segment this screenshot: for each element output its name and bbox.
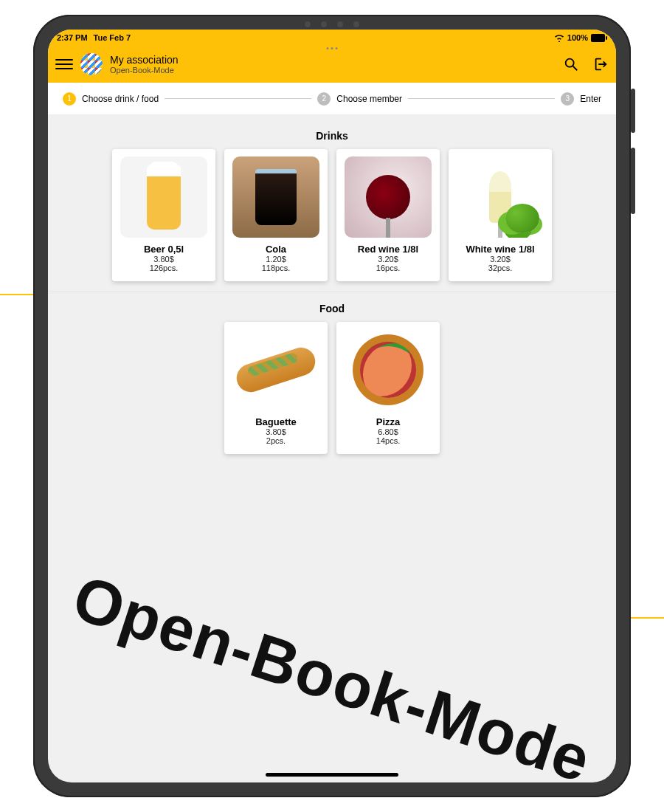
stepper: 1 Choose drink / food 2 Choose member 3 … xyxy=(48,83,616,115)
step-3-number: 3 xyxy=(561,92,574,106)
step-3[interactable]: 3 Enter xyxy=(561,92,601,106)
product-price: 3.80$ xyxy=(153,255,174,264)
product-name: Pizza xyxy=(376,416,401,427)
battery-icon xyxy=(591,34,607,42)
product-price: 3.80$ xyxy=(266,427,286,436)
product-card-cola[interactable]: Cola 1.20$ 118pcs. xyxy=(224,149,328,281)
drinks-row: Beer 0,5l 3.80$ 126pcs. Cola 1.20$ 118pc… xyxy=(63,149,601,281)
product-image xyxy=(345,156,432,238)
status-battery-text: 100% xyxy=(567,33,588,42)
product-name: Beer 0,5l xyxy=(144,244,184,255)
wifi-icon xyxy=(554,34,564,42)
product-image xyxy=(232,329,319,410)
step-1[interactable]: 1 Choose drink / food xyxy=(63,92,159,106)
product-stock: 32pcs. xyxy=(488,264,512,272)
step-1-number: 1 xyxy=(63,92,76,106)
product-image xyxy=(457,156,544,238)
product-card-white-wine[interactable]: White wine 1/8l 3.20$ 32pcs. xyxy=(449,149,552,281)
product-price: 1.20$ xyxy=(266,255,286,264)
product-name: Red wine 1/8l xyxy=(358,244,418,255)
logout-icon xyxy=(592,56,609,72)
app-bar: My association Open-Book-Mode xyxy=(48,46,616,83)
status-time: 2:37 PM xyxy=(57,33,88,42)
product-name: Cola xyxy=(266,244,286,255)
step-2[interactable]: 2 Choose member xyxy=(317,92,402,106)
logout-button[interactable] xyxy=(592,56,609,72)
step-3-label: Enter xyxy=(580,94,601,104)
tablet-power-button xyxy=(631,89,635,133)
product-image xyxy=(232,156,319,238)
tablet-frame: 2:37 PM Tue Feb 7 100% My association Op… xyxy=(33,15,631,797)
tablet-camera-dots xyxy=(305,21,359,27)
svg-point-2 xyxy=(566,59,574,67)
food-row: Baguette 3.80$ 2pcs. Pizza 6.80$ 14pcs. xyxy=(63,322,601,454)
product-price: 6.80$ xyxy=(378,427,398,436)
step-1-label: Choose drink / food xyxy=(82,94,159,104)
app-bar-title: My association xyxy=(110,54,179,66)
app-bar-title-block[interactable]: My association Open-Book-Mode xyxy=(110,54,179,75)
product-card-pizza[interactable]: Pizza 6.80$ 14pcs. xyxy=(336,322,440,454)
content-area: Drinks Beer 0,5l 3.80$ 126pcs. Cola 1.20… xyxy=(48,115,616,464)
search-button[interactable] xyxy=(563,56,579,72)
product-name: White wine 1/8l xyxy=(466,244,534,255)
menu-button[interactable] xyxy=(55,55,73,73)
multitask-dots[interactable] xyxy=(327,47,338,49)
home-indicator[interactable] xyxy=(266,773,398,777)
watermark-text: Open-Book-Mode xyxy=(64,561,599,782)
product-stock: 126pcs. xyxy=(150,264,179,272)
svg-rect-0 xyxy=(591,34,605,42)
step-2-label: Choose member xyxy=(336,94,402,104)
status-date: Tue Feb 7 xyxy=(94,33,131,42)
tablet-screen: 2:37 PM Tue Feb 7 100% My association Op… xyxy=(48,30,616,782)
product-price: 3.20$ xyxy=(378,255,398,264)
product-stock: 2pcs. xyxy=(266,436,286,445)
product-price: 3.20$ xyxy=(490,255,511,264)
step-divider xyxy=(165,98,311,99)
step-2-number: 2 xyxy=(317,92,331,106)
section-title-drinks: Drinks xyxy=(63,130,601,142)
product-stock: 14pcs. xyxy=(376,436,400,445)
section-title-food: Food xyxy=(63,303,601,314)
svg-rect-1 xyxy=(606,36,607,40)
product-card-red-wine[interactable]: Red wine 1/8l 3.20$ 16pcs. xyxy=(336,149,440,281)
product-stock: 16pcs. xyxy=(376,264,400,272)
section-divider xyxy=(48,292,616,292)
product-card-beer[interactable]: Beer 0,5l 3.80$ 126pcs. xyxy=(112,149,215,281)
step-divider xyxy=(408,98,555,99)
product-image xyxy=(120,156,207,238)
association-avatar[interactable] xyxy=(80,53,103,75)
product-name: Baguette xyxy=(255,416,297,427)
status-bar: 2:37 PM Tue Feb 7 100% xyxy=(48,30,616,46)
product-card-baguette[interactable]: Baguette 3.80$ 2pcs. xyxy=(224,322,328,454)
svg-line-3 xyxy=(573,66,578,71)
search-icon xyxy=(563,56,579,72)
product-image xyxy=(345,329,432,410)
tablet-volume-button xyxy=(631,148,635,214)
product-stock: 118pcs. xyxy=(262,264,291,272)
app-bar-subtitle: Open-Book-Mode xyxy=(110,66,179,75)
